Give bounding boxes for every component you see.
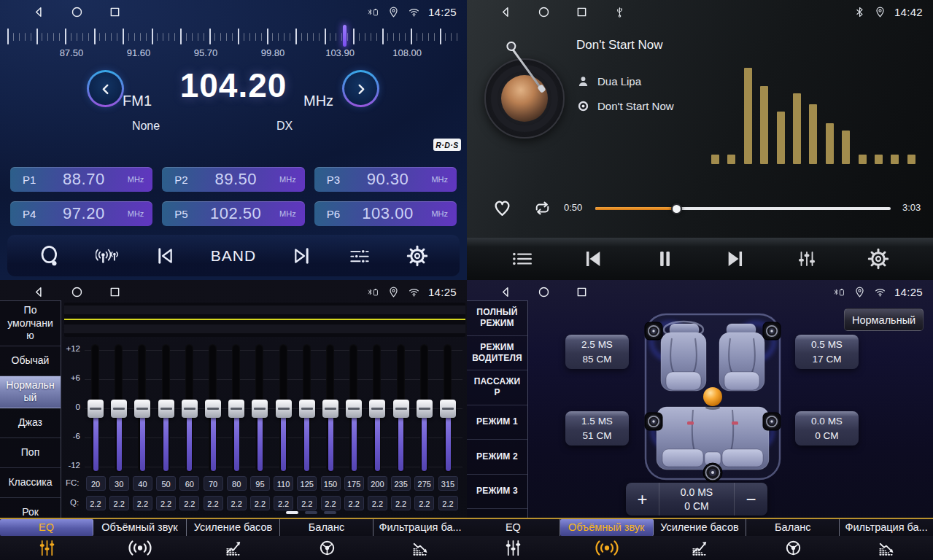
rear-right-delay[interactable]: 0.0 MS 0 CM — [795, 411, 859, 446]
slider-thumb[interactable] — [158, 400, 174, 418]
prev-track-icon[interactable] — [153, 244, 177, 268]
decrease-button[interactable]: − — [735, 483, 767, 516]
playlist-icon[interactable] — [510, 247, 533, 271]
tab-Баланс[interactable]: Баланс — [746, 519, 840, 560]
favorite-heart-icon[interactable] — [491, 196, 514, 219]
eq-preset-3[interactable]: Джаз — [0, 408, 61, 438]
recents-icon[interactable] — [108, 285, 122, 299]
tab-Усиление басов[interactable]: Усиление басов — [187, 519, 280, 560]
settings-gear-icon[interactable] — [867, 247, 890, 271]
progress-thumb[interactable] — [671, 203, 682, 214]
home-icon[interactable] — [537, 5, 551, 19]
seek-up-button[interactable] — [342, 70, 379, 107]
eq-preset-4[interactable]: Поп — [0, 438, 61, 468]
slider-thumb[interactable] — [346, 400, 362, 418]
increase-button[interactable]: + — [626, 483, 659, 516]
eq-band-slider-13[interactable] — [394, 344, 409, 472]
eq-band-slider-14[interactable] — [417, 344, 432, 472]
eq-band-slider-2[interactable] — [135, 344, 150, 472]
tab-Фильтрация ба...[interactable]: Фильтрация ба... — [373, 519, 467, 560]
preset-P4[interactable]: P497.20MHz — [10, 201, 152, 226]
eq-band-slider-8[interactable] — [276, 344, 291, 472]
slider-thumb[interactable] — [228, 400, 244, 418]
tab-Объёмный звук[interactable]: Объёмный звук — [560, 519, 654, 560]
seek-down-button[interactable] — [87, 70, 124, 107]
eq-band-slider-11[interactable] — [347, 344, 361, 472]
eq-band-slider-4[interactable] — [182, 344, 197, 472]
preset-P2[interactable]: P289.50MHz — [162, 167, 304, 192]
slider-thumb[interactable] — [205, 400, 221, 418]
listening-mode-3[interactable]: РЕЖИМ 1 — [467, 405, 527, 440]
listening-mode-5[interactable]: РЕЖИМ 3 — [467, 475, 527, 510]
tab-Объёмный звук[interactable]: Объёмный звук — [93, 519, 187, 560]
eq-band-slider-3[interactable] — [159, 344, 174, 472]
tab-EQ[interactable]: EQ — [467, 519, 560, 560]
slider-thumb[interactable] — [252, 400, 268, 418]
preset-P5[interactable]: P5102.50MHz — [162, 201, 304, 226]
mixer-vertical-icon[interactable] — [795, 247, 818, 271]
scan-icon[interactable] — [38, 244, 61, 268]
front-left-delay[interactable]: 2.5 MS 85 CM — [565, 335, 629, 369]
eq-preset-1[interactable]: Обычай — [0, 346, 61, 376]
tab-Усиление басов[interactable]: Усиление басов — [654, 519, 747, 560]
broadcast-icon[interactable] — [96, 244, 119, 268]
sliders-horizontal-icon[interactable] — [348, 244, 371, 268]
slider-thumb[interactable] — [299, 400, 315, 418]
eq-band-slider-12[interactable] — [370, 344, 384, 472]
slider-thumb[interactable] — [276, 400, 292, 418]
preset-P3[interactable]: P390.30MHz — [314, 167, 457, 192]
slider-thumb[interactable] — [88, 400, 104, 418]
profile-button[interactable]: Нормальный — [844, 308, 924, 331]
prev-filled-icon[interactable] — [581, 247, 605, 271]
back-icon[interactable] — [499, 285, 513, 299]
back-icon[interactable] — [499, 5, 513, 19]
slider-thumb[interactable] — [440, 400, 456, 418]
slider-thumb[interactable] — [417, 400, 433, 418]
recents-icon[interactable] — [575, 5, 589, 19]
eq-band-slider-5[interactable] — [206, 344, 220, 472]
next-filled-icon[interactable] — [724, 247, 747, 271]
progress-bar[interactable] — [595, 207, 891, 210]
pause-icon[interactable] — [653, 247, 676, 271]
eq-band-slider-0[interactable] — [88, 344, 103, 472]
frequency-scale[interactable] — [6, 26, 461, 47]
q-value-12: 2.2 — [368, 496, 387, 510]
preset-P1[interactable]: P188.70MHz — [10, 167, 152, 192]
repeat-icon[interactable] — [532, 198, 553, 219]
preset-P6[interactable]: P6103.00MHz — [314, 201, 457, 226]
home-icon[interactable] — [70, 5, 84, 19]
listening-mode-2[interactable]: ПАССАЖИР — [467, 370, 527, 405]
settings-gear-icon[interactable] — [406, 244, 429, 268]
tab-EQ[interactable]: EQ — [0, 519, 93, 560]
eq-band-slider-1[interactable] — [112, 344, 126, 472]
slider-thumb[interactable] — [369, 400, 385, 418]
listening-mode-4[interactable]: РЕЖИМ 2 — [467, 440, 527, 475]
slider-thumb[interactable] — [322, 400, 338, 418]
slider-thumb[interactable] — [134, 400, 150, 418]
home-icon[interactable] — [537, 285, 551, 299]
next-track-icon[interactable] — [290, 244, 314, 268]
eq-band-slider-15[interactable] — [441, 344, 455, 472]
listening-mode-0[interactable]: ПОЛНЫЙ РЕЖИМ — [467, 301, 527, 336]
eq-preset-5[interactable]: Классика — [0, 468, 61, 498]
eq-preset-2[interactable]: Нормальный — [0, 376, 61, 408]
eq-preset-0[interactable]: По умолчанию — [0, 301, 61, 346]
back-icon[interactable] — [32, 285, 46, 299]
recents-icon[interactable] — [108, 5, 122, 19]
slider-thumb[interactable] — [182, 400, 198, 418]
home-icon[interactable] — [70, 285, 84, 299]
front-right-delay[interactable]: 0.5 MS 17 CM — [795, 335, 859, 369]
recents-icon[interactable] — [575, 285, 589, 299]
eq-band-slider-7[interactable] — [252, 344, 267, 472]
eq-band-slider-9[interactable] — [300, 344, 314, 472]
tab-Фильтрация ба...[interactable]: Фильтрация ба... — [840, 519, 933, 560]
slider-thumb[interactable] — [393, 400, 409, 418]
eq-band-slider-6[interactable] — [229, 344, 244, 472]
slider-thumb[interactable] — [111, 400, 127, 418]
band-button[interactable]: BAND — [211, 247, 256, 265]
rear-left-delay[interactable]: 1.5 MS 51 CM — [565, 411, 629, 446]
tab-Баланс[interactable]: Баланс — [280, 519, 373, 560]
eq-band-slider-10[interactable] — [323, 344, 338, 472]
listening-mode-1[interactable]: РЕЖИМ ВОДИТЕЛЯ — [467, 336, 527, 371]
back-icon[interactable] — [32, 5, 46, 19]
